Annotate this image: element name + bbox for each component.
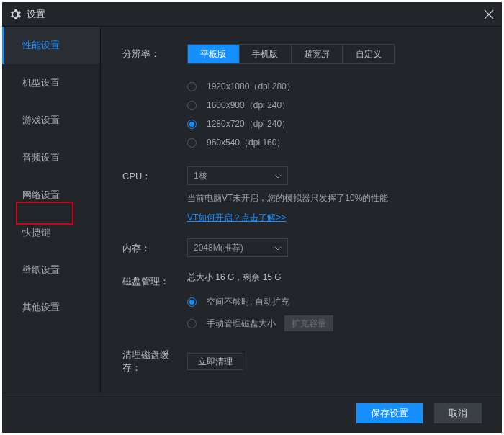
- cpu-hint: 当前电脑VT未开启，您的模拟器只发挥了10%的性能: [187, 192, 480, 205]
- radio-icon: [187, 138, 197, 148]
- resolution-options: 1920x1080（dpi 280） 1600x900（dpi 240） 128…: [187, 77, 480, 152]
- resolution-option-960[interactable]: 960x540（dpi 160）: [187, 133, 480, 152]
- cpu-label: CPU：: [122, 166, 187, 183]
- disk-status: 总大小 16 G，剩余 15 G: [187, 272, 480, 284]
- sidebar-item-other[interactable]: 其他设置: [2, 289, 100, 326]
- cpu-select[interactable]: 1核: [187, 166, 288, 185]
- tab-phone[interactable]: 手机版: [240, 45, 292, 63]
- radio-icon: [187, 120, 197, 129]
- tab-tablet[interactable]: 平板版: [188, 45, 240, 63]
- cache-row: 清理磁盘缓存： 立即清理: [122, 349, 480, 375]
- cpu-value: 1核: [194, 170, 207, 182]
- save-button[interactable]: 保存设置: [356, 403, 423, 423]
- resolution-row: 分辨率： 平板版 手机版 超宽屏 自定义 1920x1080（dpi 280） …: [122, 44, 480, 152]
- sidebar-item-network[interactable]: 网络设置: [2, 176, 100, 214]
- vt-link[interactable]: VT如何开启？点击了解>>: [187, 212, 286, 223]
- sidebar-item-wallpaper[interactable]: 壁纸设置: [2, 251, 100, 289]
- content-panel: 分辨率： 平板版 手机版 超宽屏 自定义 1920x1080（dpi 280） …: [100, 27, 502, 393]
- footer: 保存设置 取消: [2, 393, 502, 433]
- resolution-option-1600[interactable]: 1600x900（dpi 240）: [187, 96, 480, 115]
- sidebar-item-performance[interactable]: 性能设置: [2, 27, 100, 64]
- memory-row: 内存： 2048M(推荐): [122, 238, 480, 257]
- cancel-button[interactable]: 取消: [434, 403, 482, 423]
- disk-label: 磁盘管理：: [122, 272, 187, 288]
- clear-cache-button[interactable]: 立即清理: [187, 353, 243, 370]
- gear-icon: [9, 9, 21, 20]
- resolution-tabs: 平板版 手机版 超宽屏 自定义: [187, 44, 395, 64]
- sidebar-item-device[interactable]: 机型设置: [2, 64, 100, 102]
- sidebar-item-game[interactable]: 游戏设置: [2, 102, 100, 139]
- tab-ultrawide[interactable]: 超宽屏: [292, 45, 343, 63]
- sidebar-item-hotkeys[interactable]: 快捷键: [2, 214, 100, 251]
- radio-icon: [187, 319, 197, 328]
- titlebar: 设置: [2, 2, 502, 27]
- disk-row: 磁盘管理： 总大小 16 G，剩余 15 G 空间不够时, 自动扩充 手动管理磁…: [122, 272, 480, 334]
- expand-button: 扩充容量: [284, 315, 333, 331]
- radio-icon: [187, 101, 197, 110]
- chevron-down-icon: [274, 171, 282, 181]
- resolution-option-1280[interactable]: 1280x720（dpi 240）: [187, 115, 480, 133]
- resolution-label: 分辨率：: [122, 44, 187, 60]
- close-button[interactable]: [483, 9, 495, 20]
- chevron-down-icon: [274, 243, 282, 253]
- sidebar-item-audio[interactable]: 音频设置: [2, 139, 100, 176]
- window-title: 设置: [27, 8, 483, 21]
- disk-options: 空间不够时, 自动扩充 手动管理磁盘大小扩充容量: [187, 291, 480, 334]
- tab-custom[interactable]: 自定义: [343, 45, 394, 63]
- disk-option-auto[interactable]: 空间不够时, 自动扩充: [187, 291, 480, 313]
- cpu-row: CPU： 1核 当前电脑VT未开启，您的模拟器只发挥了10%的性能 VT如何开启…: [122, 166, 480, 224]
- memory-value: 2048M(推荐): [194, 242, 243, 254]
- sidebar: 性能设置 机型设置 游戏设置 音频设置 网络设置 快捷键 壁纸设置 其他设置: [2, 27, 100, 393]
- cache-label: 清理磁盘缓存：: [122, 349, 187, 375]
- memory-select[interactable]: 2048M(推荐): [187, 238, 288, 257]
- radio-icon: [187, 82, 197, 91]
- radio-icon: [187, 297, 197, 307]
- settings-window: 设置 性能设置 机型设置 游戏设置 音频设置 网络设置 快捷键 壁纸设置 其他设…: [2, 2, 502, 433]
- disk-option-manual[interactable]: 手动管理磁盘大小扩充容量: [187, 313, 480, 334]
- memory-label: 内存：: [122, 238, 187, 255]
- resolution-option-1920[interactable]: 1920x1080（dpi 280）: [187, 77, 480, 96]
